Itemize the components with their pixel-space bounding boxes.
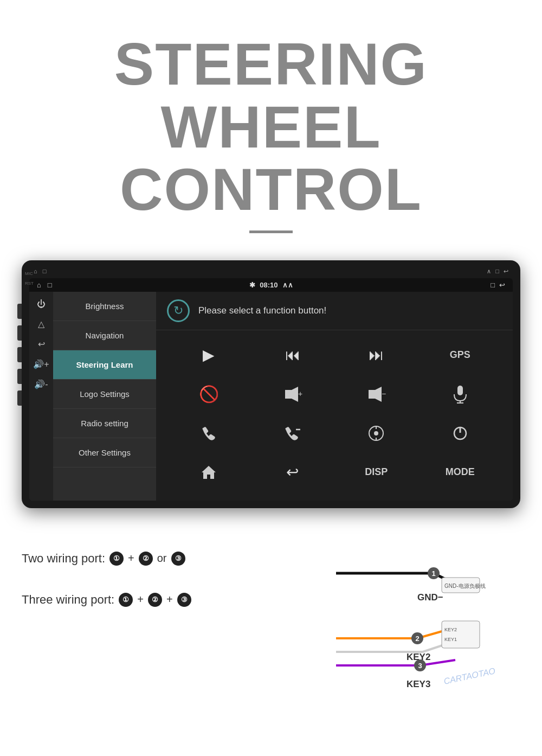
end-call-button[interactable] — [251, 414, 335, 453]
svg-text:3: 3 — [418, 662, 422, 670]
title-section: STEERING WHEEL CONTROL — [0, 0, 542, 260]
disp-button[interactable]: DISP — [334, 453, 418, 492]
svg-text:KEY3: KEY3 — [406, 679, 430, 689]
mic-label: MIC — [25, 271, 33, 276]
svg-text:2: 2 — [415, 635, 419, 643]
badge-3-a: ③ — [171, 552, 185, 566]
svg-marker-15 — [202, 466, 216, 479]
mute-button[interactable]: 🚫 — [167, 375, 251, 414]
badge-2-a: ② — [139, 552, 153, 566]
svg-text:1: 1 — [431, 569, 435, 578]
rect-status-icon: □ — [48, 281, 52, 289]
function-button-grid: ▶ ⏮ ⏭ GPS 🚫 + − — [156, 330, 513, 501]
bottom-section: Two wiring port: ① + ② or ③ Three wiring… — [0, 519, 542, 716]
battery-icon: □ — [491, 281, 495, 289]
refresh-button[interactable]: ↻ — [167, 299, 190, 322]
main-content-area: ↻ Please select a function button! ▶ ⏮ ⏭… — [156, 292, 513, 501]
badge-2-b: ② — [148, 593, 162, 607]
menu-item-other-settings[interactable]: Other Settings — [53, 438, 156, 467]
home-status-icon: ⌂ — [37, 281, 41, 289]
vol-up-button[interactable] — [17, 369, 22, 384]
home-side-button[interactable] — [17, 325, 22, 341]
function-prompt: Please select a function button! — [198, 305, 326, 316]
status-right: □ ↩ — [491, 281, 505, 289]
badge-1-a: ① — [109, 552, 124, 566]
two-port-label: Two wiring port: — [22, 552, 105, 566]
menu-item-radio-setting[interactable]: Radio setting — [53, 409, 156, 438]
device-top-right: ∧ □ ↩ — [487, 268, 508, 275]
three-port-line: Three wiring port: ① + ② + ③ — [22, 593, 336, 607]
function-header: ↻ Please select a function button! — [156, 292, 513, 330]
badge-1-b: ① — [119, 593, 133, 607]
back-status-icon: ↩ — [499, 281, 505, 289]
two-port-line: Two wiring port: ① + ② or ③ — [22, 552, 336, 566]
svg-marker-2 — [369, 387, 382, 402]
svg-marker-0 — [285, 387, 298, 402]
next-track-button[interactable]: ⏭ — [334, 336, 418, 375]
gps-button[interactable]: GPS — [418, 336, 502, 375]
title-divider — [249, 230, 293, 233]
back-grid-button[interactable]: ↩ — [251, 453, 335, 492]
back-app-icon[interactable]: ↩ — [38, 339, 45, 349]
status-bar: ⌂ □ ✱ 08:10 ∧∧ □ ↩ — [29, 278, 513, 292]
side-buttons — [17, 304, 22, 406]
power-icon[interactable]: ⏻ — [37, 299, 46, 309]
rst-label: RST — [25, 281, 34, 286]
device-wrapper: MIC RST ⌂ □ ∧ □ ↩ ⌂ □ — [0, 260, 542, 519]
chevron-up-icon: ∧ — [487, 268, 491, 275]
svg-text:−: − — [382, 389, 386, 398]
menu-item-navigation[interactable]: Navigation — [53, 321, 156, 350]
svg-text:+: + — [298, 389, 302, 398]
svg-point-10 — [374, 431, 378, 435]
menu-item-brightness[interactable]: Brightness — [53, 292, 156, 321]
vol-up-icon[interactable]: 🔊+ — [33, 359, 49, 369]
svg-rect-4 — [457, 386, 463, 395]
back-icon: ↩ — [504, 268, 508, 275]
svg-text:KEY1: KEY1 — [444, 637, 457, 642]
signal-icon: ∧∧ — [282, 281, 293, 289]
menu-item-logo-settings[interactable]: Logo Settings — [53, 380, 156, 409]
status-center: ✱ 08:10 ∧∧ — [249, 281, 293, 289]
rect-icon: □ — [43, 268, 47, 274]
power-off-button[interactable] — [418, 414, 502, 453]
main-title-line2: CONTROL — [22, 158, 520, 221]
home-app-icon[interactable]: △ — [38, 319, 44, 329]
left-icon-bar: ⏻ △ ↩ 🔊+ 🔊- — [29, 292, 53, 501]
call-button[interactable] — [167, 414, 251, 453]
three-port-label: Three wiring port: — [22, 593, 114, 607]
mic-button[interactable] — [418, 375, 502, 414]
badge-3-b: ③ — [177, 593, 191, 607]
vol-down-icon[interactable]: 🔊- — [34, 379, 48, 389]
car-stereo-device: MIC RST ⌂ □ ∧ □ ↩ ⌂ □ — [22, 260, 520, 508]
wiring-section: Two wiring port: ① + ② or ③ Three wiring… — [22, 541, 520, 706]
app-content: ⏻ △ ↩ 🔊+ 🔊- Brightness Navigation Steeri… — [29, 292, 513, 501]
menu-panel: Brightness Navigation Steering Learn Log… — [53, 292, 156, 501]
svg-text:CARTAOTAO: CARTAOTAO — [443, 666, 496, 686]
bluetooth-icon: ✱ — [249, 281, 255, 289]
home-grid-button[interactable] — [167, 453, 251, 492]
play-button[interactable]: ▶ — [167, 336, 251, 375]
menu-item-steering-learn[interactable]: Steering Learn — [53, 350, 156, 380]
power-button[interactable] — [17, 304, 22, 319]
main-title-line1: STEERING WHEEL — [22, 33, 520, 158]
home-icon: ⌂ — [34, 268, 37, 274]
prev-track-button[interactable]: ⏮ — [251, 336, 335, 375]
status-left: ⌂ □ — [37, 281, 52, 289]
back-side-button[interactable] — [17, 347, 22, 362]
wiring-diagram: GND-电源负极线 1 GND− KEY2 KEY1 — [336, 541, 520, 706]
svg-rect-29 — [442, 621, 480, 648]
svg-text:GND−: GND− — [417, 592, 443, 603]
device-top-left: ⌂ □ — [34, 268, 46, 274]
vol-down-button[interactable]: − — [334, 375, 418, 414]
wiring-text-col: Two wiring port: ① + ② or ③ Three wiring… — [22, 541, 336, 645]
svg-text:GND-电源负极线: GND-电源负极线 — [444, 583, 486, 589]
status-time: 08:10 — [260, 281, 278, 289]
svg-text:KEY2: KEY2 — [406, 652, 430, 662]
vol-up-button[interactable]: + — [251, 375, 335, 414]
device-top-bar: ⌂ □ ∧ □ ↩ — [29, 267, 513, 278]
window-icon: □ — [495, 268, 499, 274]
wiring-svg: GND-电源负极线 1 GND− KEY2 KEY1 — [336, 552, 520, 703]
mode-button[interactable]: MODE — [418, 453, 502, 492]
radio-button[interactable] — [334, 414, 418, 453]
vol-down-button[interactable] — [17, 390, 22, 406]
